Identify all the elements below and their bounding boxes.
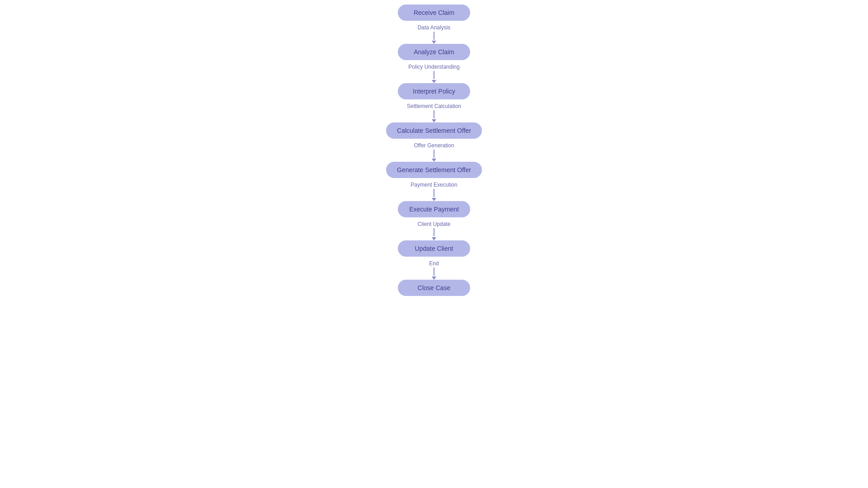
connector-6: Client Update (418, 217, 451, 240)
connector-5: Payment Execution (410, 178, 457, 201)
node-update-client[interactable]: Update Client (398, 240, 470, 257)
connector-2: Policy Understanding (408, 60, 459, 83)
edge-label-policy-understanding: Policy Understanding (408, 64, 459, 70)
node-label-execute-payment: Execute Payment (409, 206, 459, 213)
connector-4: Offer Generation (414, 139, 454, 162)
node-label-receive-claim: Receive Claim (414, 9, 454, 16)
arrow-line-6 (434, 228, 434, 236)
connector-1: Data Analysis (418, 21, 451, 44)
arrow-line-5 (434, 189, 434, 197)
connector-7: End (429, 257, 439, 280)
edge-label-settlement-calculation: Settlement Calculation (407, 103, 461, 109)
node-interpret-policy[interactable]: Interpret Policy (398, 83, 470, 99)
arrow-line-4 (434, 150, 434, 158)
arrow-head-1 (432, 41, 436, 44)
node-generate-settlement-offer[interactable]: Generate Settlement Offer (386, 162, 482, 178)
node-label-update-client: Update Client (415, 245, 453, 252)
arrow-head-2 (432, 80, 436, 83)
arrow-line-7 (434, 267, 434, 276)
node-close-case[interactable]: Close Case (398, 280, 470, 296)
node-execute-payment[interactable]: Execute Payment (398, 201, 470, 217)
edge-label-data-analysis: Data Analysis (418, 24, 451, 31)
node-label-analyze-claim: Analyze Claim (414, 48, 454, 56)
flowchart-diagram: Receive Claim Data Analysis Analyze Clai… (366, 0, 502, 296)
arrow-head-4 (432, 159, 436, 162)
node-label-interpret-policy: Interpret Policy (413, 88, 455, 95)
arrow-head-7 (432, 277, 436, 280)
arrow-line-2 (434, 71, 434, 79)
node-label-calculate-settlement-offer: Calculate Settlement Offer (397, 127, 471, 134)
node-analyze-claim[interactable]: Analyze Claim (398, 44, 470, 60)
edge-label-offer-generation: Offer Generation (414, 142, 454, 149)
edge-label-payment-execution: Payment Execution (410, 182, 457, 188)
node-calculate-settlement-offer[interactable]: Calculate Settlement Offer (386, 122, 482, 139)
node-label-generate-settlement-offer: Generate Settlement Offer (397, 166, 471, 174)
arrow-head-6 (432, 237, 436, 240)
arrow-line-1 (434, 32, 434, 40)
edge-label-client-update: Client Update (418, 221, 451, 227)
edge-label-end: End (429, 260, 439, 267)
arrow-head-3 (432, 119, 436, 122)
arrow-line-3 (434, 110, 434, 118)
node-label-close-case: Close Case (418, 284, 450, 291)
arrow-head-5 (432, 198, 436, 201)
connector-3: Settlement Calculation (407, 99, 461, 122)
node-receive-claim[interactable]: Receive Claim (398, 5, 470, 21)
